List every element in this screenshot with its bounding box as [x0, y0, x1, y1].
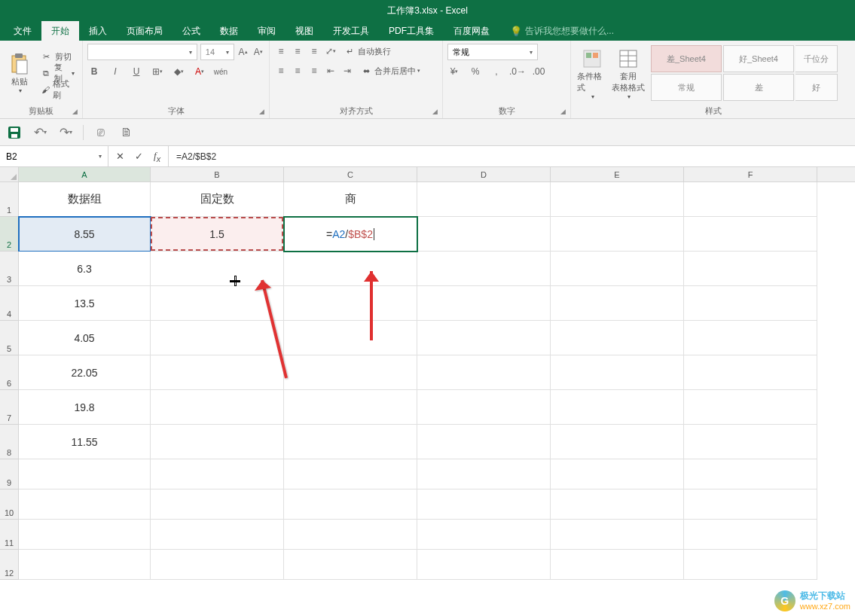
cell-C9[interactable]: [284, 459, 417, 489]
tell-me-search[interactable]: 💡 告诉我您想要做什么...: [510, 21, 614, 41]
align-right-icon[interactable]: ≡: [307, 64, 321, 78]
row-header-2[interactable]: 2: [0, 217, 19, 252]
cell-F2[interactable]: [684, 217, 817, 252]
align-center-icon[interactable]: ≡: [291, 64, 304, 78]
row-header-11[interactable]: 11: [0, 520, 19, 550]
cell-B4[interactable]: [151, 286, 284, 321]
tab-formulas[interactable]: 公式: [173, 21, 210, 41]
cell-B7[interactable]: [151, 390, 284, 425]
cell-C2[interactable]: =A2/$B$2: [284, 217, 417, 252]
cell-E6[interactable]: [551, 355, 684, 390]
cell-E1[interactable]: [551, 182, 684, 217]
wrap-text-button[interactable]: ↵自动换行: [340, 44, 394, 59]
tab-view[interactable]: 视图: [286, 21, 323, 41]
bold-button[interactable]: B: [87, 65, 101, 78]
cell-C1[interactable]: 商: [284, 182, 417, 217]
cell-B2[interactable]: 1.5: [151, 217, 284, 252]
cell-C8[interactable]: [284, 425, 417, 459]
percent-format-icon[interactable]: %: [469, 65, 482, 78]
row-header-6[interactable]: 6: [0, 355, 19, 390]
cell-D3[interactable]: [417, 252, 551, 286]
cell-C6[interactable]: [284, 355, 417, 390]
cell-B11[interactable]: [151, 520, 284, 550]
redo-button[interactable]: ↷▾: [57, 124, 74, 141]
align-top-icon[interactable]: ≡: [274, 44, 288, 58]
cell-F5[interactable]: [684, 321, 817, 355]
cell-D11[interactable]: [417, 520, 551, 550]
col-header-F[interactable]: F: [684, 167, 817, 181]
fill-color-button[interactable]: ◆▾: [172, 65, 185, 78]
tab-data[interactable]: 数据: [210, 21, 248, 41]
tab-file[interactable]: 文件: [4, 21, 41, 41]
cell-E3[interactable]: [551, 252, 684, 286]
col-header-C[interactable]: C: [284, 167, 417, 181]
cell-A4[interactable]: 13.5: [19, 286, 151, 321]
row-header-5[interactable]: 5: [0, 321, 19, 355]
cell-A1[interactable]: 数据组: [19, 182, 151, 217]
tab-developer[interactable]: 开发工具: [323, 21, 379, 41]
number-format-combo[interactable]: 常规▾: [447, 44, 538, 60]
increase-decimal-icon[interactable]: .0→: [511, 65, 524, 78]
decrease-font-icon[interactable]: A▾: [252, 45, 264, 59]
format-painter-button[interactable]: 🖌格式刷: [38, 82, 78, 97]
undo-button[interactable]: ↶▾: [32, 124, 48, 141]
align-left-icon[interactable]: ≡: [274, 64, 288, 78]
decrease-decimal-icon[interactable]: .00: [532, 65, 545, 78]
cell-E2[interactable]: [551, 217, 684, 252]
cell-F12[interactable]: [684, 550, 817, 580]
cell-styles-gallery[interactable]: 差_Sheet4 好_Sheet4 千位分 常规 差 好: [651, 45, 838, 101]
cell-D12[interactable]: [417, 550, 551, 580]
col-header-E[interactable]: E: [551, 167, 684, 181]
row-header-4[interactable]: 4: [0, 286, 19, 321]
cell-D8[interactable]: [417, 425, 551, 459]
cell-F4[interactable]: [684, 286, 817, 321]
row-header-3[interactable]: 3: [0, 252, 19, 286]
cell-E12[interactable]: [551, 550, 684, 580]
cell-A6[interactable]: 22.05: [19, 355, 151, 390]
style-swatch-4[interactable]: 常规: [651, 74, 722, 101]
comma-format-icon[interactable]: ,: [490, 65, 503, 78]
style-swatch-3[interactable]: 千位分: [795, 45, 838, 72]
cell-C3[interactable]: [284, 252, 417, 286]
cell-D1[interactable]: [417, 182, 551, 217]
cell-A3[interactable]: 6.3: [19, 252, 151, 286]
cell-B8[interactable]: [151, 425, 284, 459]
col-header-A[interactable]: A: [19, 167, 151, 181]
cell-A8[interactable]: 11.55: [19, 425, 151, 459]
cell-F9[interactable]: [684, 459, 817, 489]
number-dialog-launcher[interactable]: ◢: [560, 108, 566, 115]
row-header-12[interactable]: 12: [0, 550, 19, 580]
cell-E5[interactable]: [551, 321, 684, 355]
font-name-combo[interactable]: ▾: [87, 44, 197, 60]
cell-D2[interactable]: [417, 217, 551, 252]
style-swatch-2[interactable]: 好_Sheet4: [723, 45, 794, 72]
italic-button[interactable]: I: [108, 65, 122, 78]
cell-E8[interactable]: [551, 425, 684, 459]
cancel-formula-button[interactable]: ✕: [116, 151, 124, 162]
cell-E9[interactable]: [551, 459, 684, 489]
cell-D5[interactable]: [417, 321, 551, 355]
cell-E4[interactable]: [551, 286, 684, 321]
border-button[interactable]: ⊞▾: [151, 65, 164, 78]
cell-F8[interactable]: [684, 425, 817, 459]
format-as-table-button[interactable]: 套用 表格格式▾: [612, 44, 645, 103]
conditional-formatting-button[interactable]: 条件格式▾: [576, 44, 609, 103]
cell-D6[interactable]: [417, 355, 551, 390]
cell-F1[interactable]: [684, 182, 817, 217]
cell-B1[interactable]: 固定数: [151, 182, 284, 217]
enter-formula-button[interactable]: ✓: [135, 151, 143, 162]
cell-A2[interactable]: 8.55: [19, 217, 151, 252]
cell-A5[interactable]: 4.05: [19, 321, 151, 355]
align-dialog-launcher[interactable]: ◢: [432, 108, 438, 115]
tab-review[interactable]: 审阅: [248, 21, 286, 41]
formula-input[interactable]: =A2/$B$2: [169, 146, 855, 166]
cell-C11[interactable]: [284, 520, 417, 550]
cell-B10[interactable]: [151, 489, 284, 520]
cell-A12[interactable]: [19, 550, 151, 580]
style-swatch-6[interactable]: 好: [795, 74, 838, 101]
cell-E11[interactable]: [551, 520, 684, 550]
insert-function-button[interactable]: fx: [154, 150, 160, 163]
increase-indent-icon[interactable]: ⇥: [340, 64, 354, 78]
row-header-9[interactable]: 9: [0, 459, 19, 489]
cell-D9[interactable]: [417, 459, 551, 489]
